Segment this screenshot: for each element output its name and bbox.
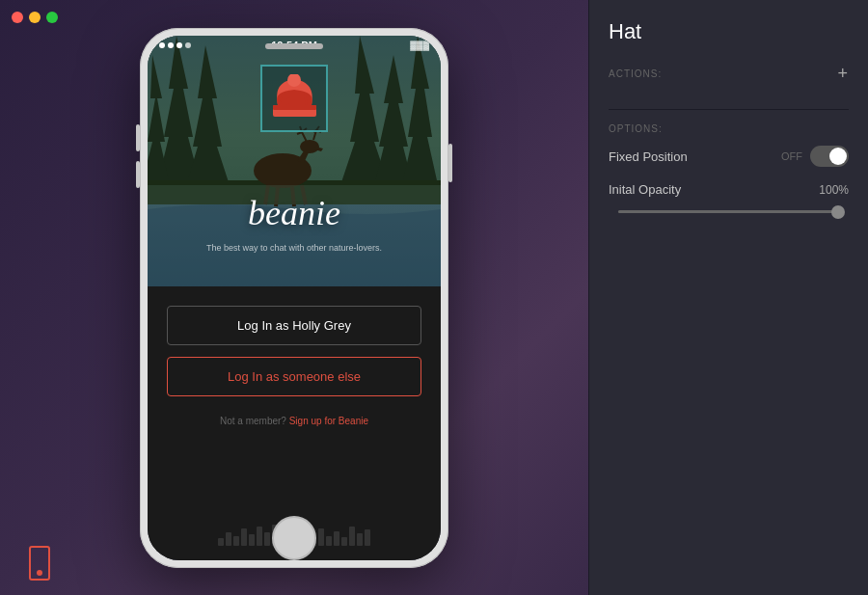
- svg-point-5: [300, 140, 319, 153]
- app-subtitle: The best way to chat with other nature-l…: [148, 243, 441, 253]
- device-dot: [37, 570, 42, 576]
- home-button[interactable]: [272, 516, 316, 560]
- options-section-label: OPTIONS:: [609, 123, 849, 134]
- slider-fill: [618, 210, 839, 213]
- status-icons: ▓▓▓: [410, 41, 429, 50]
- fixed-position-label: Fixed Position: [609, 149, 688, 164]
- volume-up-button: [136, 124, 140, 151]
- iphone-mockup: 12:54 PM ▓▓▓: [140, 28, 448, 568]
- power-button: [448, 144, 452, 182]
- signal-dot-4: [185, 42, 191, 48]
- app-title: beanie: [148, 193, 441, 233]
- slider-thumb: [831, 205, 845, 219]
- fixed-position-toggle-container: OFF: [781, 146, 849, 167]
- login-someone-button[interactable]: Log In as someone else: [167, 357, 421, 396]
- wave-bar: [318, 528, 324, 546]
- wave-bar: [349, 527, 355, 546]
- initial-opacity-row: Inital Opacity 100%: [609, 182, 849, 218]
- add-action-button[interactable]: +: [837, 64, 849, 84]
- login-holly-button[interactable]: Log In as Holly Grey: [167, 306, 421, 345]
- wave-bar: [365, 529, 370, 546]
- fixed-position-toggle[interactable]: [810, 146, 849, 167]
- maximize-button[interactable]: [46, 12, 58, 23]
- phone-hero-area: beanie The best way to chat with other n…: [148, 36, 441, 286]
- phone-screen: 12:54 PM ▓▓▓: [148, 36, 441, 560]
- initial-opacity-value: 100%: [815, 183, 849, 197]
- battery-icon: ▓▓▓: [410, 41, 429, 50]
- actions-section-label: ACTIONS: +: [609, 64, 849, 84]
- close-button[interactable]: [12, 12, 23, 23]
- wave-bar: [264, 532, 270, 546]
- signup-link[interactable]: Sign up for Beanie: [289, 416, 368, 426]
- wave-bar: [357, 533, 363, 546]
- window-controls: [12, 12, 58, 23]
- panel-title: Hat: [609, 19, 849, 44]
- svg-rect-12: [273, 105, 316, 110]
- right-panel: Hat ACTIONS: + OPTIONS: Fixed Position O…: [588, 0, 868, 595]
- not-member-text: Not a member?: [220, 416, 286, 426]
- wave-bar: [257, 527, 262, 546]
- device-icon: [29, 546, 50, 581]
- toggle-knob: [829, 148, 847, 165]
- wave-bar: [334, 531, 339, 546]
- phone-speaker: [265, 43, 323, 49]
- not-member-section: Not a member? Sign up for Beanie: [220, 416, 368, 426]
- actions-label-text: ACTIONS:: [609, 68, 662, 79]
- wave-bar: [341, 537, 347, 546]
- wave-bar: [249, 534, 255, 546]
- minimize-button[interactable]: [29, 12, 41, 23]
- initial-opacity-label: Inital Opacity: [609, 182, 681, 197]
- signal-dot-1: [159, 42, 165, 48]
- fixed-position-row: Fixed Position OFF: [609, 146, 849, 167]
- options-label-text: OPTIONS:: [609, 123, 663, 134]
- logo-box: [260, 65, 328, 132]
- wave-bar: [218, 538, 224, 546]
- volume-down-button: [136, 161, 140, 188]
- signal-dot-2: [168, 42, 174, 48]
- wave-bar: [326, 536, 332, 546]
- wave-bar: [226, 532, 231, 546]
- wave-bar: [241, 528, 247, 546]
- phone-area: 12:54 PM ▓▓▓: [0, 0, 588, 595]
- opacity-slider[interactable]: [618, 204, 839, 218]
- signal-dot-3: [176, 42, 182, 48]
- toggle-off-label: OFF: [781, 150, 802, 162]
- divider-1: [609, 109, 849, 110]
- wave-bar: [233, 536, 239, 546]
- signal-dots: [159, 42, 191, 48]
- beanie-hat-icon: [268, 74, 321, 122]
